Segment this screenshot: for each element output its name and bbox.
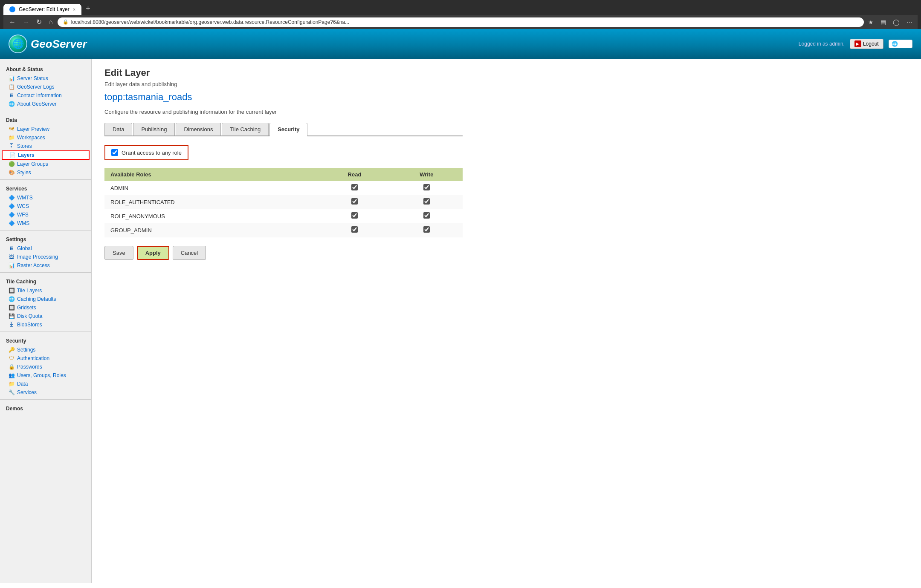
browser-tabs: GeoServer: Edit Layer × + (3, 3, 918, 15)
sidebar-item-caching-defaults[interactable]: 🌐 Caching Defaults (0, 295, 91, 303)
role-name: GROUP_ADMIN (104, 223, 319, 237)
read-checkbox[interactable] (351, 212, 358, 219)
security-settings-icon: 🔑 (9, 347, 14, 353)
sidebar-item-workspaces[interactable]: 📁 Workspaces (0, 133, 91, 142)
about-geoserver-icon: 🌐 (9, 101, 14, 107)
tab-tile-caching[interactable]: Tile Caching (222, 123, 269, 135)
address-bar[interactable]: 🔒 localhost:8080/geoserver/web/wicket/bo… (58, 17, 864, 27)
users-groups-roles-icon: 👥 (9, 372, 14, 378)
sidebar-item-about-geoserver[interactable]: 🌐 About GeoServer (0, 100, 91, 108)
table-row: ADMIN (104, 181, 463, 195)
sidebar-item-geoserver-logs[interactable]: 📋 GeoServer Logs (0, 83, 91, 91)
sidebar-label-contact-info: Contact Information (17, 92, 62, 98)
tab-close-button[interactable]: × (73, 7, 75, 12)
write-checkbox[interactable] (423, 212, 430, 219)
sidebar-item-layer-groups[interactable]: 🟢 Layer Groups (0, 160, 91, 168)
sidebar-label-wms: WMS (17, 220, 29, 226)
grant-access-checkbox[interactable] (111, 149, 118, 156)
sidebar-item-raster-access[interactable]: 📊 Raster Access (0, 261, 91, 270)
write-cell (391, 181, 463, 195)
write-checkbox[interactable] (423, 198, 430, 205)
write-checkbox[interactable] (423, 226, 430, 233)
tab-data[interactable]: Data (104, 123, 132, 135)
table-row: ROLE_AUTHENTICATED (104, 195, 463, 209)
sidebar-item-wfs[interactable]: 🔷 WFS (0, 210, 91, 219)
save-button[interactable]: Save (104, 246, 133, 260)
back-button[interactable]: ← (7, 17, 18, 27)
tab-publishing-label: Publishing (141, 126, 167, 133)
browser-action-buttons: ★ ▤ ◯ ⋯ (866, 18, 914, 26)
write-checkbox[interactable] (423, 184, 430, 190)
sidebar-item-styles[interactable]: 🎨 Styles (0, 168, 91, 177)
sidebar-item-global[interactable]: 🖥 Global (0, 244, 91, 253)
wfs-icon: 🔷 (9, 212, 14, 218)
cancel-button[interactable]: Cancel (173, 246, 206, 260)
sidebar-item-stores[interactable]: 🗄 Stores (0, 142, 91, 150)
apply-button[interactable]: Apply (137, 246, 169, 260)
wcs-icon: 🔷 (9, 203, 14, 209)
more-icon[interactable]: ⋯ (905, 18, 914, 26)
language-selector[interactable]: 🌐 en ▾ (889, 40, 912, 48)
logo-globe-icon: 🌐 (9, 35, 27, 53)
sidebar-label-disk-quota: Disk Quota (17, 313, 42, 319)
tab-dimensions[interactable]: Dimensions (176, 123, 221, 135)
sidebar-item-blobstores[interactable]: 🗄 BlobStores (0, 320, 91, 329)
sidebar-item-layer-preview[interactable]: 🗺 Layer Preview (0, 125, 91, 133)
col-read: Read (319, 168, 390, 181)
star-icon[interactable]: ★ (866, 18, 875, 26)
sidebar-item-security-data[interactable]: 📁 Data (0, 380, 91, 388)
home-button[interactable]: ⌂ (46, 17, 55, 27)
page-subtitle: Edit layer data and publishing (104, 81, 463, 87)
geoserver-app: 🌐 GeoServer Logged in as admin. ▶ Logout… (0, 29, 921, 583)
disk-quota-icon: 💾 (9, 313, 14, 319)
new-tab-button[interactable]: + (81, 3, 95, 15)
extensions-icon[interactable]: ▤ (879, 18, 888, 26)
geoserver-logs-icon: 📋 (9, 84, 14, 90)
sidebar-label-blobstores: BlobStores (17, 322, 42, 328)
read-checkbox[interactable] (351, 184, 358, 190)
sidebar-item-gridsets[interactable]: 🔲 Gridsets (0, 303, 91, 312)
tab-tile-caching-label: Tile Caching (230, 126, 261, 133)
logout-button[interactable]: ▶ Logout (850, 39, 883, 49)
sidebar-label-styles: Styles (17, 170, 31, 176)
sidebar-item-wcs[interactable]: 🔷 WCS (0, 202, 91, 210)
sidebar-label-server-status: Server Status (17, 75, 48, 81)
sidebar-label-layer-groups: Layer Groups (17, 161, 48, 167)
security-data-icon: 📁 (9, 381, 14, 387)
sidebar-item-authentication[interactable]: 🛡 Authentication (0, 354, 91, 363)
authentication-icon: 🛡 (9, 355, 14, 361)
col-available-roles: Available Roles (104, 168, 319, 181)
sidebar-label-passwords: Passwords (17, 364, 42, 370)
sidebar-item-security-settings[interactable]: 🔑 Settings (0, 346, 91, 354)
sidebar-item-contact-info[interactable]: 🖥 Contact Information (0, 91, 91, 100)
layer-groups-icon: 🟢 (9, 161, 14, 167)
global-icon: 🖥 (9, 245, 14, 251)
forward-button[interactable]: → (20, 17, 32, 27)
read-checkbox[interactable] (351, 226, 358, 233)
sidebar-item-server-status[interactable]: 📊 Server Status (0, 74, 91, 83)
read-checkbox[interactable] (351, 198, 358, 205)
sidebar-item-layers[interactable]: 📄 Layers (2, 150, 90, 160)
content-inner: Edit Layer Edit layer data and publishin… (92, 59, 475, 268)
reload-button[interactable]: ↻ (34, 17, 44, 27)
sidebar-item-wms[interactable]: 🔷 WMS (0, 219, 91, 228)
sidebar-item-passwords[interactable]: 🔒 Passwords (0, 363, 91, 371)
read-cell (319, 181, 390, 195)
sidebar-label-layer-preview: Layer Preview (17, 126, 49, 132)
wms-icon: 🔷 (9, 220, 14, 226)
tab-publishing[interactable]: Publishing (133, 123, 175, 135)
col-write: Write (391, 168, 463, 181)
role-name: ADMIN (104, 181, 319, 195)
tab-security-label: Security (278, 126, 299, 133)
sidebar-item-disk-quota[interactable]: 💾 Disk Quota (0, 312, 91, 320)
browser-chrome: GeoServer: Edit Layer × + ← → ↻ ⌂ 🔒 loca… (0, 0, 921, 29)
action-buttons: Save Apply Cancel (104, 246, 463, 260)
sidebar-item-security-services[interactable]: 🔧 Services (0, 388, 91, 397)
sidebar-item-image-processing[interactable]: 🖼 Image Processing (0, 253, 91, 261)
layer-name: topp:tasmania_roads (104, 92, 463, 103)
profile-icon[interactable]: ◯ (891, 18, 901, 26)
sidebar-item-tile-layers[interactable]: 🔲 Tile Layers (0, 286, 91, 295)
tab-security[interactable]: Security (269, 123, 307, 136)
sidebar-item-wmts[interactable]: 🔷 WMTS (0, 193, 91, 202)
sidebar-item-users-groups-roles[interactable]: 👥 Users, Groups, Roles (0, 371, 91, 380)
